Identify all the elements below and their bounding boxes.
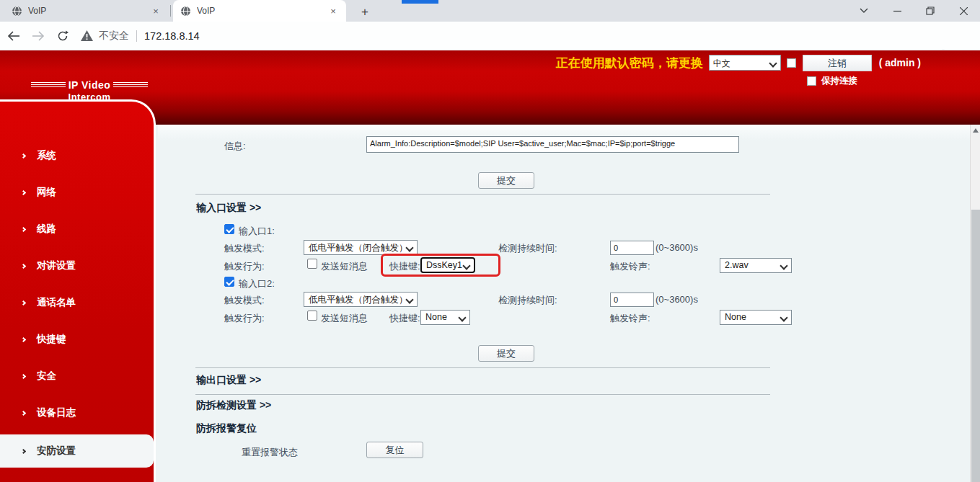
sidebar-item-security-settings[interactable]: 安防设置 (0, 434, 154, 468)
reset-button[interactable]: 复位 (366, 442, 423, 458)
trigger-behavior-label-1: 触发行为: (224, 260, 265, 273)
ring-select-2[interactable]: None (720, 310, 792, 325)
header-warning-row: 正在使用默认密码，请更换 中文 注销 ( admin ) (556, 54, 921, 71)
reset-alarm-status-label: 重置报警状态 (242, 446, 298, 459)
logo-text-line1: IP Video (69, 79, 111, 91)
restore-button[interactable] (914, 0, 947, 22)
tab-strip: VoIP × VoIP × + (0, 0, 980, 22)
duration-range-2: (0~3600)s (655, 294, 698, 305)
forward-icon[interactable] (27, 25, 49, 47)
voip-admin-page: 正在使用默认密码，请更换 中文 注销 ( admin ) 保持连接 IP Vid… (0, 50, 980, 482)
tab-voip-2[interactable]: VoIP × (173, 0, 346, 22)
info-label: 信息: (224, 140, 246, 153)
logo-deco-lines (113, 82, 148, 88)
chevron-right-icon (21, 300, 26, 305)
trigger-mode-label-2: 触发模式: (224, 294, 265, 307)
reload-icon[interactable] (52, 25, 74, 47)
section-divider (195, 394, 770, 395)
scrollbar-thumb[interactable] (971, 210, 980, 482)
globe-favicon-icon (12, 6, 22, 17)
chevron-right-icon (21, 448, 26, 453)
sidebar-item-intercom-settings[interactable]: 对讲设置 (0, 255, 154, 277)
chevron-right-icon (21, 410, 26, 415)
chevron-right-icon (21, 189, 26, 195)
window-dropdown-icon[interactable] (847, 0, 880, 22)
sidebar-item-label: 线路 (37, 223, 56, 236)
tab-close-icon[interactable]: × (150, 5, 162, 17)
duration-input-2[interactable]: 0 (610, 293, 654, 307)
keep-alive-checkbox[interactable] (807, 76, 816, 86)
trigger-mode-select-1[interactable]: 低电平触发（闭合触发） (304, 240, 418, 255)
close-window-button[interactable] (947, 0, 980, 22)
duration-label-1: 检测持续时间: (498, 242, 557, 255)
sidebar-item-line[interactable]: 线路 (0, 218, 154, 240)
main-content: 信息: Alarm_Info:Description=$model;SIP Us… (158, 125, 970, 482)
tab-title: VoIP (28, 6, 150, 16)
header-checkbox[interactable] (787, 58, 796, 68)
sidebar-item-label: 通话名单 (37, 296, 76, 309)
hotkey-highlight-box (381, 254, 500, 277)
hotkey-select-2[interactable]: None (420, 310, 470, 325)
admin-label: ( admin ) (879, 57, 921, 68)
brand-logo: IP Video Intercom (25, 79, 154, 102)
output-port-section-title[interactable]: 输出口设置 >> (196, 374, 261, 387)
send-sms-label-1: 发送短消息 (321, 260, 368, 273)
scrollbar-up-arrow-icon[interactable] (973, 128, 979, 133)
tab-close-icon[interactable]: × (327, 5, 339, 17)
input-port2-checkbox[interactable] (224, 277, 234, 287)
back-icon[interactable] (3, 25, 25, 47)
sidebar-item-function-key[interactable]: 快捷键 (0, 329, 154, 350)
browser-toolbar: 不安全 172.18.8.14 (0, 22, 980, 50)
chevron-right-icon (21, 373, 26, 378)
default-password-warning: 正在使用默认密码，请更换 (556, 55, 703, 71)
tab-title: VoIP (197, 6, 327, 16)
url-text[interactable]: 172.18.8.14 (144, 30, 200, 42)
submit-button-2[interactable]: 提交 (478, 345, 534, 362)
ring-select-1[interactable]: 2.wav (720, 258, 792, 273)
sidebar-item-label: 网络 (37, 186, 56, 199)
sidebar-item-device-log[interactable]: 设备日志 (0, 402, 154, 424)
input-port1-checkbox[interactable] (224, 224, 234, 234)
logo-deco-lines (31, 82, 66, 88)
keep-alive-row: 保持连接 (807, 75, 857, 87)
input-port2-label: 输入口2: (239, 277, 275, 290)
sidebar-nav: 系统 网络 线路 对讲设置 通话名单 快捷键 安全 设备日志 安防设置 (0, 99, 156, 482)
alarm-info-input[interactable]: Alarm_Info:Description=$model;SIP User=$… (366, 136, 739, 153)
chevron-right-icon (21, 226, 26, 231)
section-divider (195, 194, 770, 195)
send-sms-checkbox-2[interactable] (307, 311, 317, 321)
page-scrollbar[interactable] (970, 125, 980, 482)
submit-button-1[interactable]: 提交 (478, 172, 534, 189)
minimize-button[interactable] (880, 0, 914, 22)
sidebar-item-call-list[interactable]: 通话名单 (0, 292, 154, 313)
security-label[interactable]: 不安全 (99, 30, 129, 43)
new-tab-button[interactable]: + (356, 4, 374, 21)
sidebar-item-network[interactable]: 网络 (0, 182, 154, 203)
send-sms-checkbox-1[interactable] (307, 259, 317, 269)
duration-label-2: 检测持续时间: (498, 294, 557, 307)
tab-voip-1[interactable]: VoIP × (4, 0, 169, 22)
section-divider (195, 367, 770, 368)
sidebar-item-label: 设备日志 (37, 406, 76, 419)
sidebar-item-security[interactable]: 安全 (0, 365, 154, 387)
logout-button[interactable]: 注销 (803, 55, 872, 71)
tab-separator (170, 5, 171, 17)
keep-alive-label: 保持连接 (821, 75, 857, 87)
trigger-mode-select-2[interactable]: 低电平触发（闭合触发） (304, 292, 418, 307)
ring-label-2: 触发铃声: (610, 312, 650, 325)
not-secure-warning-icon[interactable] (81, 30, 93, 41)
input-port-section-title[interactable]: 输入口设置 >> (196, 202, 261, 215)
sidebar-item-label: 对讲设置 (37, 259, 76, 272)
duration-input-1[interactable]: 0 (610, 241, 654, 255)
language-select[interactable]: 中文 (709, 55, 781, 71)
tamper-reset-title: 防拆报警复位 (196, 422, 257, 435)
hotkey-label-2: 快捷键: (389, 312, 420, 325)
tamper-section-title[interactable]: 防拆检测设置 >> (196, 399, 271, 412)
chevron-right-icon (21, 263, 26, 268)
address-bar[interactable]: 不安全 172.18.8.14 (81, 26, 200, 46)
browser-window: VoIP × VoIP × + (0, 0, 980, 482)
duration-range-1: (0~3600)s (655, 242, 698, 253)
sidebar-item-system[interactable]: 系统 (0, 145, 154, 166)
send-sms-label-2: 发送短消息 (321, 312, 368, 325)
omnibox-separator (136, 30, 137, 42)
